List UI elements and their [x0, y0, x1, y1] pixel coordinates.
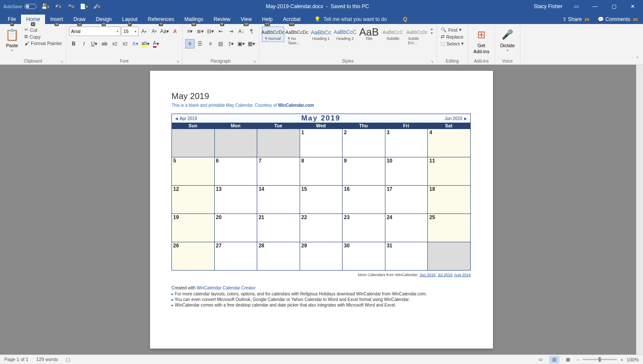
shrink-font-icon[interactable]: A▾ [150, 27, 159, 36]
tab-home[interactable]: HomeH [21, 15, 45, 24]
get-addins-button[interactable]: ⊞ Get Add-ins [471, 27, 492, 55]
cursor-icon: ⬚ [441, 41, 445, 46]
comment-icon: 💬 [598, 16, 604, 22]
change-case-icon[interactable]: Aa▾ [160, 27, 169, 36]
replace-icon: ⇄ [441, 34, 445, 39]
style-title[interactable]: AaBTitle [358, 27, 380, 42]
clear-formatting-icon[interactable]: A̷ [170, 27, 180, 36]
styles-more-icon[interactable]: ▴▾ [430, 27, 434, 35]
window-title: May-2019-Calendar.docx - Saved to this P… [101, 3, 534, 9]
qat-icon[interactable]: 📄4 [80, 3, 88, 10]
tab-file[interactable]: FileF [3, 15, 21, 24]
qat-icon[interactable]: 🖉5 [93, 3, 101, 10]
format-painter-button[interactable]: 🖌Format Painter [23, 40, 63, 46]
addins-icon: ⊞ [475, 27, 488, 42]
style--no-spac-[interactable]: AaBbCcDc¶ No Spac... [286, 27, 308, 46]
group-editing: 🔍Find ▾ ⇄Replace ⬚Select ▾ Editing [437, 24, 469, 64]
tab-review[interactable]: ReviewR [208, 15, 235, 24]
title-bar: AutoSave 💾1 ↶2 ↷3 📄4 🖉5 May-2019-Calenda… [0, 0, 643, 13]
close-icon[interactable]: ✕ [624, 0, 641, 13]
tab-view[interactable]: ViewW [236, 15, 257, 24]
group-font: Arial▾ 15▾ A▴ A▾ Aa▾ A̷ B I U▾ ab x2 x2 … [66, 24, 183, 64]
font-color-icon[interactable]: A▾ [151, 39, 161, 48]
show-marks-icon[interactable]: ¶ [247, 27, 256, 36]
tab-insert[interactable]: InsertN [45, 15, 68, 24]
font-family-input[interactable]: Arial▾ [69, 27, 120, 36]
superscript-button[interactable]: x2 [120, 39, 130, 48]
style-subtle-em-[interactable]: AaBbCcDcSubtle Em... [406, 27, 428, 46]
italic-button[interactable]: I [79, 39, 89, 48]
tab-references[interactable]: ReferencesS [143, 15, 179, 24]
share-icon: ⇪ [562, 16, 567, 22]
undo-icon[interactable]: ↶2 [54, 3, 62, 10]
copy-button[interactable]: ⧉Copy [23, 33, 63, 40]
replace-button[interactable]: ⇄Replace [439, 33, 465, 40]
tab-layout[interactable]: LayoutP [117, 15, 143, 24]
save-icon[interactable]: 💾1 [42, 3, 49, 10]
line-spacing-icon[interactable]: ‡▾ [226, 39, 236, 48]
group-addins: ⊞ Get Add-ins Add-ins [468, 24, 495, 64]
group-voice: 🎤 Dictate ▾ Voice [495, 24, 520, 64]
dialog-launcher-icon[interactable]: ↘ [60, 59, 63, 63]
tab-help[interactable]: HelpY1 [257, 15, 278, 24]
tab-mailings[interactable]: MailingsM [179, 15, 208, 24]
align-left-icon[interactable]: ≡ [185, 39, 195, 48]
tell-me-input[interactable] [323, 16, 400, 22]
select-button[interactable]: ⬚Select ▾ [439, 40, 466, 47]
borders-icon[interactable]: ▦▾ [247, 39, 256, 48]
highlight-color-icon[interactable]: ab▾ [141, 39, 150, 48]
font-size-input[interactable]: 15▾ [121, 27, 138, 36]
multilevel-icon[interactable]: ⊟▾ [206, 27, 215, 36]
share-button[interactable]: ⇪ ShareZS [561, 15, 592, 23]
clipboard-icon: 📋 [5, 27, 19, 42]
find-button[interactable]: 🔍Find ▾ [439, 27, 463, 33]
tab-design[interactable]: DesignG [90, 15, 117, 24]
dictate-button[interactable]: 🎤 Dictate ▾ [498, 27, 517, 53]
outdent-icon[interactable]: ⇤ [216, 27, 225, 36]
brush-icon: 🖌 [24, 41, 29, 46]
align-center-icon[interactable]: ☰ [195, 39, 205, 48]
strikethrough-button[interactable]: ab [100, 39, 109, 48]
search-icon: 🔍 [441, 27, 447, 33]
paste-button[interactable]: 📋 Paste ▾ [3, 27, 21, 53]
bold-button[interactable]: B [69, 39, 78, 48]
shading-icon[interactable]: ▣▾ [237, 39, 246, 48]
redo-icon[interactable]: ↷3 [67, 3, 75, 10]
bullets-icon[interactable]: ≡▾ [185, 27, 195, 36]
tab-acrobat[interactable]: AcrobatY2 [278, 15, 306, 24]
indent-icon[interactable]: ⇥ [226, 27, 236, 36]
underline-button[interactable]: U▾ [90, 39, 99, 48]
align-right-icon[interactable]: ≡ [206, 39, 215, 48]
lightbulb-icon: 💡 [314, 16, 321, 22]
collapse-ribbon-icon[interactable]: ˄ [632, 54, 643, 64]
style-heading-2[interactable]: AaBbCcCHeading 2 [334, 27, 356, 42]
sort-icon[interactable]: A↓ [237, 27, 246, 36]
user-name[interactable]: Stacy Fisher [534, 3, 562, 9]
comments-button[interactable]: 💬 CommentsZC [596, 15, 640, 23]
dialog-launcher-icon[interactable]: ↘ [253, 59, 256, 63]
justify-icon[interactable]: ▤ [216, 39, 225, 48]
grow-font-icon[interactable]: A▴ [139, 27, 149, 36]
group-clipboard: 📋 Paste ▾ ✂Cut ⧉Copy 🖌Format Painter Cli… [0, 24, 66, 64]
numbering-icon[interactable]: ≣▾ [195, 27, 205, 36]
autosave-toggle[interactable]: AutoSave [3, 4, 36, 9]
maximize-icon[interactable]: ▢ [605, 0, 622, 13]
tell-me-search[interactable]: 💡 Q [314, 16, 407, 24]
style--normal[interactable]: AaBbCcDc¶ Normal [262, 27, 284, 42]
subscript-button[interactable]: x2 [110, 39, 120, 48]
tab-draw[interactable]: DrawJI [68, 15, 90, 24]
ribbon: 📋 Paste ▾ ✂Cut ⧉Copy 🖌Format Painter Cli… [0, 24, 643, 65]
dialog-launcher-icon[interactable]: ↘ [430, 59, 434, 63]
text-effects-icon[interactable]: A▾ [131, 39, 140, 48]
ribbon-options-icon[interactable]: ▭ [568, 0, 585, 13]
cut-button[interactable]: ✂Cut [23, 27, 63, 33]
mic-icon: 🎤 [501, 27, 514, 42]
group-styles: AaBbCcDc¶ NormalAaBbCcDc¶ No Spac...AaBb… [259, 24, 437, 64]
style-subtitle[interactable]: AaBbCcCSubtitle [382, 27, 404, 42]
style-heading-1[interactable]: AaBbCcHeading 1 [310, 27, 332, 42]
dialog-launcher-icon[interactable]: ↘ [176, 59, 180, 63]
group-paragraph: ≡▾ ≣▾ ⊟▾ ⇤ ⇥ A↓ ¶ ≡ ☰ ≡ ▤ ‡▾ ▣▾ ▦▾ Parag… [183, 24, 259, 64]
copy-icon: ⧉ [24, 34, 28, 39]
ribbon-tabs: FileFHomeHInsertNDrawJIDesignGLayoutPRef… [0, 13, 643, 24]
minimize-icon[interactable]: — [586, 0, 604, 13]
